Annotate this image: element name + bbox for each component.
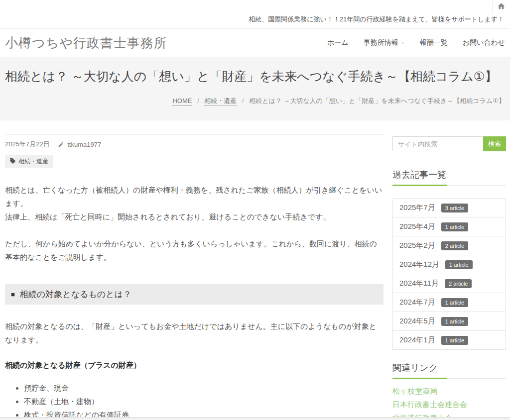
second-paragraph: ただし、何から始めてよいか分からない、という方も多くいらっしゃいます。これから、… [5, 237, 383, 264]
archive-month: 2025年4月 [399, 222, 435, 231]
assets-list: 預貯金、現金 不動産（土地・建物） 株式・投資信託などの有価証券 自動車、宝石、… [5, 383, 383, 420]
list-item: 日本行政書士会連合会 [392, 399, 506, 411]
archive-list: 2025年7月 3 article 2025年4月 1 article 2025… [392, 198, 506, 350]
intro-line-1: 相続とは、亡くなった方（被相続人）の財産や権利・義務を、残されたご家族（相続人）… [5, 186, 382, 208]
site-title[interactable]: 小樽つちや行政書士事務所 [5, 34, 167, 52]
breadcrumb: HOME / 相続・遺産 / 相続とは？ ～大切な人の「想い」と「財産」を未来へ… [5, 97, 505, 105]
section-heading-text: 相続の対象となるものとは？ [20, 289, 131, 300]
section-lead-paragraph: 相続の対象となるのは、「財産」といってもお金や土地だけではありません。主に以下の… [5, 319, 383, 346]
publish-date: 2025年7月22日 [5, 140, 50, 149]
article-count-badge: 2 article [445, 279, 472, 288]
archive-month: 2024年1月 [399, 335, 435, 345]
site-header: 小樽つちや行政書士事務所 ホーム 事務所情報 報酬一覧 お問い合わせ [0, 29, 510, 57]
tag-row: 相続・遺産 [5, 155, 383, 168]
related-links-heading: 関連リンク [392, 362, 506, 379]
nav-label: ホーム [327, 38, 349, 47]
nav-item-office-info[interactable]: 事務所情報 [364, 38, 405, 47]
topbar-icon-row [0, 0, 510, 14]
breadcrumb-category-link[interactable]: 相続・遺産 [204, 97, 237, 105]
home-button[interactable] [492, 0, 510, 14]
chevron-down-icon [400, 39, 405, 47]
article-count-badge: 2 article [441, 241, 469, 250]
assets-subheading: 相続の対象となる財産（プラスの財産） [5, 361, 383, 370]
nav-item-home[interactable]: ホーム [327, 38, 349, 47]
archive-item[interactable]: 2025年2月 2 article [393, 236, 506, 255]
tag-label: 相続・遺産 [18, 157, 48, 166]
square-bullet-icon: ■ [11, 291, 15, 298]
article-meta: 2025年7月22日 ttkuma1977 [5, 140, 383, 149]
search-input[interactable] [392, 136, 483, 151]
site-tagline: 相続、国際関係業務に強い！！21年間の行政経験を踏まえて、皆様をサポートします！ [0, 14, 510, 28]
archive-month: 2024年12月 [399, 260, 439, 269]
main-column: 2025年7月22日 ttkuma1977 相続・遺産 相続とは、亡くなった方（… [5, 120, 383, 420]
author: ttkuma1977 [58, 141, 102, 148]
related-link[interactable]: 松ヶ枝堂薬局 [392, 387, 437, 395]
content-wrapper: 2025年7月22日 ttkuma1977 相続・遺産 相続とは、亡くなった方（… [0, 120, 510, 420]
nav-label: 事務所情報 [364, 38, 398, 47]
related-links-list: 松ヶ枝堂薬局 日本行政書士会連合会 北海道行政書士会 [392, 385, 506, 420]
archive-item[interactable]: 2024年5月 1 article [393, 312, 506, 331]
archive-item[interactable]: 2024年7月 1 article [393, 293, 506, 312]
archive-month: 2024年11月 [399, 279, 439, 288]
category-tag[interactable]: 相続・遺産 [5, 155, 53, 168]
nav-label: 報酬一覧 [420, 38, 448, 47]
page-title-band: 相続とは？ ～大切な人の「想い」と「財産」を未来へつなぐ手続き～【相続コラム①】… [0, 57, 510, 120]
breadcrumb-separator: / [197, 97, 199, 105]
author-name[interactable]: ttkuma1977 [67, 141, 101, 148]
archive-month: 2024年5月 [399, 316, 435, 326]
page-title: 相続とは？ ～大切な人の「想い」と「財産」を未来へつなぐ手続き～【相続コラム①】 [5, 68, 505, 85]
topbar: 相続、国際関係業務に強い！！21年間の行政経験を踏まえて、皆様をサポートします！ [0, 0, 510, 29]
archive-item[interactable]: 2025年4月 1 article [393, 217, 506, 236]
list-item: 不動産（土地・建物） [24, 397, 383, 407]
breadcrumb-home-link[interactable]: HOME [172, 97, 192, 105]
archive-item[interactable]: 2024年11月 2 article [393, 274, 506, 293]
home-icon [497, 2, 506, 12]
archive-widget: 過去記事一覧 2025年7月 3 article 2025年4月 1 artic… [392, 169, 506, 350]
archive-item[interactable]: 2025年7月 3 article [393, 199, 506, 217]
article-count-badge: 1 article [441, 317, 469, 326]
archive-month: 2025年7月 [399, 203, 435, 212]
archive-heading: 過去記事一覧 [392, 169, 506, 186]
related-link[interactable]: 日本行政書士会連合会 [392, 400, 467, 409]
article-count-badge: 1 article [441, 336, 469, 345]
breadcrumb-current: 相続とは？ ～大切な人の「想い」と「財産」を未来へつなぐ手続き～【相続コラム①】 [249, 97, 505, 105]
list-item: 松ヶ枝堂薬局 [392, 385, 506, 397]
related-links-widget: 関連リンク 松ヶ枝堂薬局 日本行政書士会連合会 北海道行政書士会 [392, 362, 506, 420]
sidebar: 検索 過去記事一覧 2025年7月 3 article 2025年4月 1 ar… [392, 120, 506, 420]
nav-item-contact[interactable]: お問い合わせ [463, 38, 505, 47]
article-count-badge: 3 article [441, 204, 469, 212]
nav-label: お問い合わせ [463, 38, 505, 47]
tag-icon [9, 158, 16, 166]
intro-line-2: 法律上、相続は「死亡と同時に」開始されるとされており、避けることのできない手続き… [5, 212, 330, 221]
breadcrumb-separator: / [242, 97, 244, 105]
search-button[interactable]: 検索 [483, 136, 506, 151]
list-item: 預貯金、現金 [24, 383, 383, 393]
archive-item[interactable]: 2024年12月 1 article [393, 255, 506, 274]
article-count-badge: 1 article [441, 298, 469, 307]
article-count-badge: 1 article [441, 222, 469, 231]
archive-month: 2025年2月 [399, 241, 435, 250]
footer-strip [0, 417, 510, 420]
article: 2025年7月22日 ttkuma1977 相続・遺産 相続とは、亡くなった方（… [5, 134, 383, 420]
nav-item-fees[interactable]: 報酬一覧 [420, 38, 448, 47]
pencil-icon [58, 141, 68, 148]
article-count-badge: 1 article [445, 260, 473, 269]
main-nav: ホーム 事務所情報 報酬一覧 お問い合わせ [327, 38, 505, 47]
intro-paragraph: 相続とは、亡くなった方（被相続人）の財産や権利・義務を、残されたご家族（相続人）… [5, 183, 383, 223]
site-search: 検索 [392, 136, 506, 151]
section-heading: ■ 相続の対象となるものとは？ [5, 284, 383, 305]
archive-item[interactable]: 2024年1月 1 article [393, 331, 506, 350]
archive-month: 2024年7月 [399, 298, 435, 307]
